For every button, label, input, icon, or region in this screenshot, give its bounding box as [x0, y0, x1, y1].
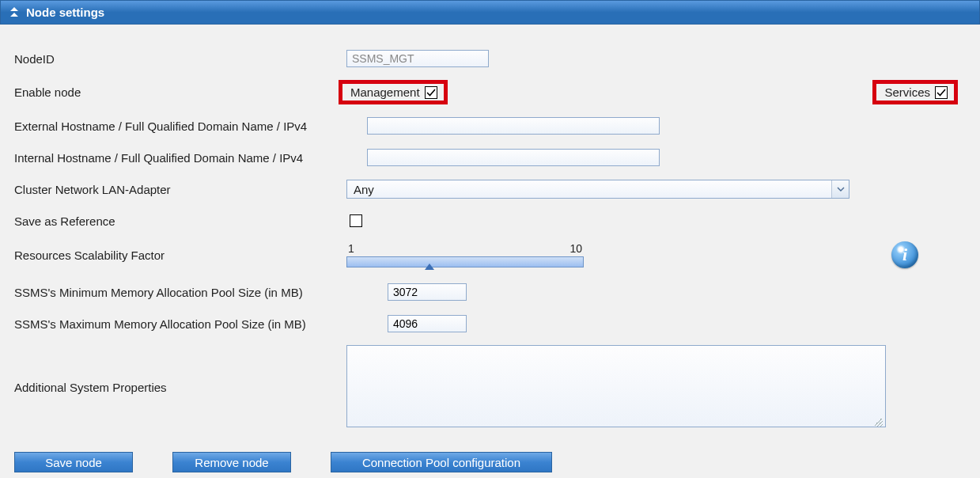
management-highlight: Management	[339, 80, 448, 104]
additional-properties-label: Additional System Properties	[14, 381, 346, 394]
enable-node-label: Enable node	[14, 85, 346, 99]
cluster-adapter-value: Any	[354, 183, 374, 196]
slider-track[interactable]	[346, 256, 584, 267]
min-memory-input[interactable]	[388, 283, 467, 301]
external-hostname-input[interactable]	[367, 117, 660, 135]
services-checkbox[interactable]	[935, 86, 948, 99]
internal-hostname-input[interactable]	[367, 149, 660, 166]
slider-handle-icon[interactable]	[425, 264, 434, 270]
panel-header[interactable]: Node settings	[0, 0, 980, 25]
remove-node-button[interactable]: Remove node	[172, 452, 291, 472]
scalability-slider[interactable]: 1 10	[346, 242, 584, 267]
node-id-input	[346, 50, 489, 67]
panel-title: Node settings	[26, 6, 104, 19]
save-reference-checkbox[interactable]	[350, 214, 362, 227]
node-id-label: NodeID	[14, 52, 346, 66]
info-icon[interactable]: i	[891, 241, 918, 268]
scalability-label: Resources Scalability Factor	[14, 248, 346, 262]
collapse-icon	[9, 7, 20, 18]
min-memory-label: SSMS's Minimum Memory Allocation Pool Si…	[14, 286, 388, 299]
services-checkbox-label: Services	[884, 85, 930, 99]
max-memory-input[interactable]	[388, 315, 467, 332]
panel-body: NodeID Enable node Management Services E…	[0, 25, 980, 478]
scalability-min: 1	[348, 242, 354, 255]
chevron-down-icon	[831, 180, 849, 198]
buttons-row: Save node Remove node Connection Pool co…	[14, 452, 966, 472]
cluster-adapter-dropdown[interactable]: Any	[346, 180, 849, 199]
save-node-button[interactable]: Save node	[14, 452, 133, 472]
services-highlight: Services	[872, 80, 958, 104]
management-checkbox[interactable]	[425, 86, 437, 99]
external-hostname-label: External Hostname / Full Qualified Domai…	[14, 120, 367, 133]
scalability-max: 10	[569, 242, 582, 255]
max-memory-label: SSMS's Maximum Memory Allocation Pool Si…	[14, 317, 388, 331]
cluster-adapter-label: Cluster Network LAN-Adapter	[14, 183, 346, 196]
connection-pool-button[interactable]: Connection Pool configuration	[331, 452, 552, 472]
management-checkbox-label: Management	[350, 85, 420, 99]
save-reference-label: Save as Reference	[14, 214, 346, 228]
additional-properties-textarea[interactable]	[346, 345, 886, 427]
internal-hostname-label: Internal Hostname / Full Qualified Domai…	[14, 151, 367, 165]
